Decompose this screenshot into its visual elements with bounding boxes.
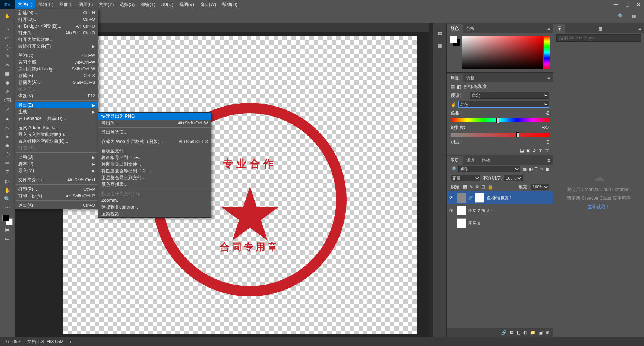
- menu-item[interactable]: 画板至文件...: [98, 147, 211, 154]
- trash-icon[interactable]: 🗑: [545, 148, 549, 153]
- fill-select[interactable]: 100%: [531, 184, 549, 190]
- menu-item[interactable]: Zoomify...: [98, 197, 211, 204]
- menu-item[interactable]: 生成▶: [15, 108, 98, 115]
- preset-select[interactable]: 自定: [470, 92, 549, 99]
- menu-item[interactable]: 恢复(V)F12: [15, 92, 98, 99]
- tab-properties[interactable]: 属性: [447, 74, 463, 82]
- quick-select-tool[interactable]: ✎: [2, 51, 13, 60]
- layer-row[interactable]: 👁 图层 2 拷贝 4: [447, 204, 553, 217]
- layer-name[interactable]: 图层 0: [468, 220, 551, 226]
- screenmode-toggle[interactable]: ▭: [2, 234, 13, 243]
- lib-view-icon[interactable]: ▦: [595, 25, 605, 33]
- hue-slider[interactable]: [544, 36, 550, 69]
- dodge-tool[interactable]: ◆: [2, 141, 13, 150]
- maximize-button[interactable]: ▢: [622, 0, 633, 9]
- lock-artboard-icon[interactable]: ▢: [481, 184, 485, 190]
- menu-item[interactable]: 将图层复合导出到 PDF...: [98, 168, 211, 174]
- gradient-tool[interactable]: △: [2, 123, 13, 132]
- color-swatch[interactable]: [2, 215, 13, 225]
- adjustment-icon[interactable]: ◐: [523, 330, 527, 335]
- filter-type-icon[interactable]: T: [535, 166, 537, 172]
- edit-toolbar[interactable]: ⋯: [2, 203, 13, 212]
- menu-item[interactable]: 存储(S)Ctrl+S: [15, 72, 98, 79]
- menu-layer[interactable]: 图层(L): [76, 0, 96, 9]
- menu-item[interactable]: 打印(P)...Ctrl+P: [15, 186, 98, 193]
- layer-row[interactable]: 👁 🔗 色相/饱和度 1: [447, 191, 553, 204]
- layer-name[interactable]: 图层 2 拷贝 4: [468, 208, 551, 213]
- eyedropper-tool[interactable]: ▣: [2, 69, 13, 78]
- menu-item[interactable]: 文件简介(F)...Alt+Shift+Ctrl+I: [15, 177, 98, 183]
- menu-item[interactable]: 自动(U)▶: [15, 154, 98, 161]
- menu-image[interactable]: 图像(I): [56, 0, 75, 9]
- crop-tool[interactable]: ✂: [2, 60, 13, 69]
- library-get-link[interactable]: 立即获取！: [588, 204, 610, 210]
- tab-libraries[interactable]: 库: [553, 24, 565, 33]
- menu-item[interactable]: 导入(M)▶: [15, 167, 98, 174]
- link-layers-icon[interactable]: 🔗: [501, 330, 507, 335]
- zoom-tool[interactable]: 🔍: [2, 194, 13, 203]
- menu-item[interactable]: 颜色查找表...: [98, 181, 211, 188]
- hue-slider-thumb[interactable]: [496, 118, 499, 123]
- fx-icon[interactable]: fx: [510, 330, 513, 335]
- eraser-tool[interactable]: ▲: [2, 114, 13, 123]
- foreground-color[interactable]: [2, 215, 9, 221]
- menu-item[interactable]: 导出为...Alt+Shift+Ctrl+W: [98, 120, 211, 126]
- menu-item[interactable]: 打印一份(Y)Alt+Shift+Ctrl+P: [15, 193, 98, 199]
- visibility-icon[interactable]: 👁: [449, 208, 454, 213]
- hue-slider-track[interactable]: [451, 118, 549, 122]
- path-select-tool[interactable]: T: [2, 168, 13, 177]
- menu-item[interactable]: 导出(E)▶: [15, 102, 98, 108]
- light-value[interactable]: 0: [534, 140, 549, 145]
- group-icon[interactable]: 📁: [530, 330, 536, 335]
- channel-select[interactable]: 红色: [458, 101, 549, 108]
- panel-menu-icon[interactable]: ≡: [544, 25, 553, 33]
- visibility-icon[interactable]: 👁: [449, 195, 454, 200]
- view-prev-icon[interactable]: ◉: [526, 148, 530, 153]
- link-icon[interactable]: 🔗: [468, 196, 473, 200]
- tab-swatches[interactable]: 色板: [463, 24, 478, 33]
- type-tool[interactable]: ✏: [2, 159, 13, 168]
- menu-item[interactable]: 打开为...Alt+Shift+Ctrl+O: [15, 29, 98, 36]
- minimize-button[interactable]: —: [610, 0, 622, 9]
- menu-file[interactable]: 文件(F): [15, 0, 35, 9]
- menu-type[interactable]: 文字(Y): [96, 0, 117, 9]
- close-button[interactable]: ✕: [633, 0, 644, 9]
- actions-panel-icon[interactable]: ▦: [436, 42, 444, 50]
- menu-item[interactable]: 图层复合导出到文件...: [98, 174, 211, 181]
- menu-help[interactable]: 帮助(H): [219, 0, 240, 9]
- menu-view[interactable]: 视图(V): [176, 0, 197, 9]
- menu-item[interactable]: 在 Bridge 中浏览(B)...Alt+Ctrl+O: [15, 23, 98, 29]
- healing-tool[interactable]: ◉: [2, 78, 13, 87]
- library-search-input[interactable]: [556, 34, 641, 42]
- opacity-select[interactable]: 100%: [504, 175, 523, 181]
- blur-tool[interactable]: ●: [2, 132, 13, 141]
- doc-info[interactable]: 文档:1.31M/3.05M: [27, 339, 63, 345]
- filter-pixel-icon[interactable]: ▦: [523, 166, 527, 172]
- filter-shape-icon[interactable]: ▱: [540, 166, 543, 172]
- menu-item[interactable]: 将图层导出到文件...: [98, 161, 211, 168]
- menu-item[interactable]: 在 Behance 上共享(D)...: [15, 115, 98, 122]
- marquee-tool[interactable]: ▭: [2, 34, 13, 42]
- sat-slider-track[interactable]: [451, 133, 549, 137]
- history-brush-tool[interactable]: ⟋: [2, 105, 13, 114]
- menu-select[interactable]: 选择(S): [117, 0, 138, 9]
- quickmask-toggle[interactable]: ▣: [2, 225, 13, 234]
- status-arrow-icon[interactable]: ▸: [70, 339, 72, 344]
- delete-layer-icon[interactable]: 🗑: [546, 330, 550, 335]
- panel-menu-icon[interactable]: ≡: [544, 74, 553, 82]
- finger-icon[interactable]: ☝: [451, 102, 456, 107]
- shape-tool[interactable]: ▷: [2, 177, 13, 185]
- menu-item[interactable]: 关闭(C)Ctrl+W: [15, 52, 98, 59]
- sat-slider-thumb[interactable]: [516, 132, 519, 137]
- workspace-icon[interactable]: ▥: [630, 12, 638, 20]
- menu-item[interactable]: 关闭并转到 Bridge...Shift+Ctrl+W: [15, 66, 98, 72]
- filter-smart-icon[interactable]: ▣: [545, 166, 549, 172]
- history-panel-icon[interactable]: ▤: [436, 29, 444, 37]
- filter-adjust-icon[interactable]: ◐: [529, 166, 533, 172]
- menu-item[interactable]: 搜索 Adobe Stock...: [15, 124, 98, 131]
- toggle-vis-icon[interactable]: 👁: [538, 148, 543, 153]
- lock-all-icon[interactable]: 🔒: [487, 184, 493, 190]
- brush-tool[interactable]: ✐: [2, 87, 13, 96]
- layer-mask-thumb[interactable]: [475, 193, 484, 203]
- hand-tool[interactable]: ✋: [2, 185, 13, 194]
